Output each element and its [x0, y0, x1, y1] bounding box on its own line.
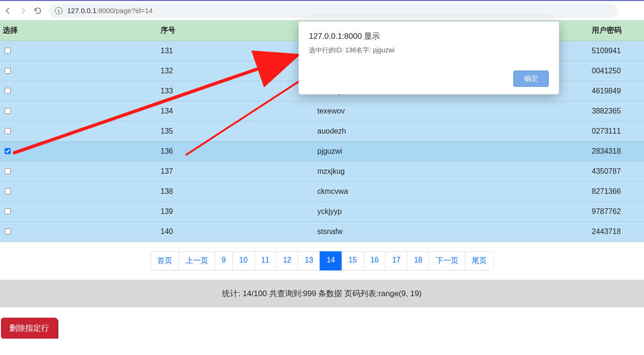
- pager-page-9[interactable]: 9: [215, 251, 233, 270]
- pager-page-10[interactable]: 10: [232, 251, 255, 270]
- pager-page-15[interactable]: 15: [342, 251, 364, 270]
- cell-pwd: 4619849: [588, 81, 644, 101]
- cell-pwd: 0273111: [588, 121, 644, 142]
- table-row[interactable]: 136pjguzwi2834318: [0, 142, 644, 162]
- row-checkbox[interactable]: [5, 228, 11, 234]
- cell-pwd: 3882365: [588, 101, 644, 121]
- delete-selected-button[interactable]: 删除指定行: [1, 318, 57, 339]
- cell-id: 137: [157, 162, 314, 182]
- header-id: 序号: [157, 21, 314, 41]
- cell-name: stsnafw: [314, 222, 588, 242]
- cell-pwd: 2834318: [588, 142, 644, 162]
- row-checkbox[interactable]: [5, 208, 11, 214]
- cell-id: 134: [157, 101, 314, 121]
- url-host: 127.0.0.1: [67, 7, 97, 14]
- arrow-left-icon: [4, 7, 12, 15]
- browser-chrome: i 127.0.0.1:8000/page?id=14: [0, 0, 644, 21]
- cell-name: yckjyyp: [314, 202, 588, 222]
- cell-pwd: 8271366: [588, 182, 644, 202]
- header-pwd: 用户密码: [588, 21, 644, 41]
- cell-pwd: 0041250: [588, 61, 644, 81]
- url-text: 127.0.0.1:8000/page?id=14: [67, 7, 153, 14]
- pager-last[interactable]: 尾页: [465, 251, 494, 270]
- row-checkbox[interactable]: [5, 68, 11, 74]
- cell-id: 138: [157, 182, 314, 202]
- forward-button[interactable]: [19, 7, 27, 15]
- pager-page-13[interactable]: 13: [298, 251, 320, 270]
- row-checkbox[interactable]: [5, 48, 11, 54]
- cell-name: texewov: [314, 101, 588, 121]
- row-checkbox[interactable]: [5, 128, 11, 134]
- cell-id: 132: [157, 61, 314, 81]
- cell-id: 135: [157, 121, 314, 142]
- cell-id: 140: [157, 222, 314, 242]
- cell-name: mzxjkug: [314, 162, 588, 182]
- back-button[interactable]: [4, 7, 12, 15]
- cell-pwd: 4350787: [588, 162, 644, 182]
- pager-page-11[interactable]: 11: [254, 251, 277, 270]
- pager-page-14[interactable]: 14: [320, 251, 342, 270]
- table-row[interactable]: 140stsnafw2443718: [0, 222, 644, 242]
- alert-dialog: 127.0.0.1:8000 显示 选中行的ID: 136名字: pjguzwi…: [299, 21, 559, 94]
- table-row[interactable]: 138ckmcvwa8271366: [0, 182, 644, 202]
- address-bar[interactable]: i 127.0.0.1:8000/page?id=14: [49, 4, 618, 18]
- cell-id: 133: [157, 81, 314, 101]
- stats-bar: 统计: 14/100 共查询到:999 条数据 页码列表:range(9, 19…: [0, 280, 644, 307]
- header-select: 选择: [0, 21, 157, 41]
- row-checkbox[interactable]: [5, 168, 11, 174]
- cell-name: pjguzwi: [314, 142, 588, 162]
- cell-name: ckmcvwa: [314, 182, 588, 202]
- table-row[interactable]: 137mzxjkug4350787: [0, 162, 644, 182]
- url-path: :8000/page?id=14: [97, 7, 153, 14]
- cell-id: 131: [157, 41, 314, 61]
- pager-next[interactable]: 下一页: [429, 251, 465, 270]
- row-checkbox[interactable]: [5, 88, 11, 94]
- row-checkbox[interactable]: [5, 108, 11, 114]
- alert-actions: 确定: [309, 71, 549, 87]
- pager-first[interactable]: 首页: [150, 251, 179, 270]
- alert-message: 选中行的ID: 136名字: pjguzwi: [309, 46, 549, 55]
- arrow-right-icon: [19, 7, 27, 15]
- cell-name: auodezh: [314, 121, 588, 142]
- pager-page-18[interactable]: 18: [407, 251, 429, 270]
- cell-pwd: 5109941: [588, 41, 644, 61]
- table-row[interactable]: 139yckjyyp9787762: [0, 202, 644, 222]
- reload-button[interactable]: [34, 7, 42, 15]
- table-row[interactable]: 135auodezh0273111: [0, 121, 644, 142]
- row-checkbox[interactable]: [5, 188, 11, 194]
- pagination: 首页上一页9101112131415161718下一页尾页: [0, 242, 644, 273]
- alert-title: 127.0.0.1:8000 显示: [309, 31, 549, 42]
- site-info-icon[interactable]: i: [55, 7, 63, 14]
- pager-page-16[interactable]: 16: [364, 251, 386, 270]
- pager-prev[interactable]: 上一页: [179, 251, 215, 270]
- pager-page-17[interactable]: 17: [385, 251, 407, 270]
- cell-pwd: 9787762: [588, 202, 644, 222]
- alert-ok-button[interactable]: 确定: [513, 71, 549, 87]
- cell-pwd: 2443718: [588, 222, 644, 242]
- reload-icon: [34, 7, 42, 15]
- table-row[interactable]: 134texewov3882365: [0, 101, 644, 121]
- cell-id: 139: [157, 202, 314, 222]
- pager-page-12[interactable]: 12: [276, 251, 298, 270]
- row-checkbox[interactable]: [5, 148, 11, 154]
- cell-id: 136: [157, 142, 314, 162]
